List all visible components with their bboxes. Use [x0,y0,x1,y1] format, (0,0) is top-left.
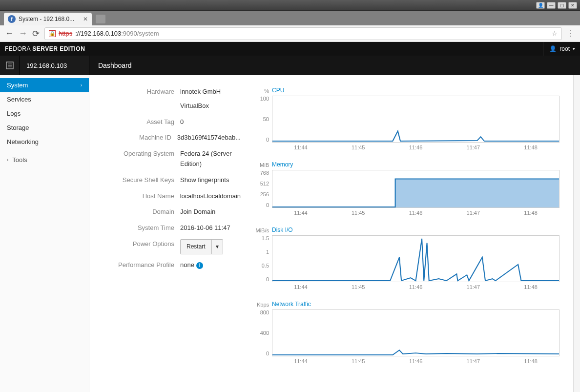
caret-down-icon: ▾ [573,46,575,51]
disk-title[interactable]: Disk I/O [272,227,293,233]
mem-title[interactable]: Memory [272,161,293,168]
link-join-domain[interactable]: Join Domain [180,207,241,217]
restart-caret-icon[interactable]: ▾ [211,240,223,254]
label-host-name: Host Name [107,191,180,202]
fedora-favicon-icon: f [8,15,16,23]
cpu-plot[interactable] [272,96,559,143]
sidebar-item-storage[interactable]: Storage [0,121,89,135]
mem-plot[interactable] [272,170,559,208]
brand-bar: FEDORA SERVER EDITION 👤 root ▾ [0,42,580,56]
brand-text: FEDORA SERVER EDITION [5,45,85,52]
mem-xaxis: 11:4411:4511:4611:4711:48 [272,208,559,216]
sidebar-item-label: Services [7,96,31,103]
net-unit: Kbps [255,302,272,308]
host-ip: 192.168.0.103 [20,62,67,69]
host-bar: 192.168.0.103 Dashboard [0,56,580,75]
sidebar-item-logs[interactable]: Logs [0,106,89,121]
value-machine-id: 3d3b169f41574ebab... [177,133,241,143]
user-icon: 👤 [549,45,557,52]
server-icon [0,56,20,75]
net-xaxis: 11:4411:4511:4611:4711:48 [272,356,559,364]
label-perf-profile: Performance Profile [107,260,180,270]
info-icon[interactable]: i [196,262,203,269]
cpu-title[interactable]: CPU [272,87,284,94]
disk-unit: MiB/s [255,227,272,233]
window-minimize-button[interactable]: — [547,2,556,9]
restart-button-label: Restart [181,240,211,254]
value-perf-profile: nonei [180,260,241,270]
url-scheme: https [59,30,72,37]
disk-plot[interactable] [272,235,559,282]
link-show-fingerprints[interactable]: Show fingerprints [180,175,241,186]
sidebar-item-label: Storage [7,124,29,131]
disk-xaxis: 11:4411:4511:4611:4711:48 [272,282,559,290]
sidebar-group-label: Tools [12,156,82,164]
net-title[interactable]: Network Traffic [272,301,311,308]
browser-toolbar: ← → ⟳ 🔒 https ://192.168.0.103:9090/syst… [0,25,580,42]
link-host-name[interactable]: localhost.localdomain [180,191,241,202]
sidebar-item-system[interactable]: System› [0,78,89,92]
tab-title: System - 192.168.0... [19,16,74,22]
cpu-unit: % [255,88,272,94]
sidebar-item-label: System [7,82,28,89]
chart-net: KbpsNetwork Traffic 8004000 11:4411:4511… [255,301,559,364]
link-system-time[interactable]: 2016-10-06 11:47 [180,223,241,233]
chart-disk: MiB/sDisk I/O 1.510.50 11:4411:4511:4611… [255,227,559,290]
label-system-time: System Time [107,223,180,233]
window-close-button[interactable]: ✕ [568,2,577,9]
chart-memory: MiBMemory 7685122560 11:4411:4511:4611:4… [255,161,559,216]
browser-tab[interactable]: f System - 192.168.0... ✕ [4,13,92,25]
url-box[interactable]: 🔒 https ://192.168.0.103:9090/system ☆ [44,27,562,40]
charts-column: %CPU 100500 11:4411:4511:4611:4711:48 [250,87,559,380]
bookmark-star-icon[interactable]: ☆ [552,30,558,37]
window-maximize-button[interactable]: ▢ [558,2,566,9]
nav-back-icon[interactable]: ← [5,28,14,39]
value-hardware: innotek GmbH VirtualBox [180,87,241,111]
label-hardware: Hardware [107,87,180,97]
label-os: Operating System [107,149,180,159]
label-ssh-keys: Secure Shell Keys [107,175,180,186]
label-domain: Domain [107,207,180,217]
mem-yaxis: 7685122560 [255,170,272,208]
net-yaxis: 8004000 [255,309,272,356]
chevron-right-icon: › [81,83,82,88]
browser-tabstrip: f System - 192.168.0... ✕ [0,11,580,25]
net-plot[interactable] [272,309,559,356]
sidebar-item-services[interactable]: Services [0,92,89,106]
user-name: root [559,45,570,52]
value-asset-tag: 0 [180,117,241,127]
content: Hardware innotek GmbH VirtualBox Asset T… [89,75,573,392]
host-chip[interactable]: 192.168.0.103 [0,56,89,75]
browser-menu-icon[interactable]: ⋮ [567,29,575,38]
url-host: ://192.168.0.103 [75,30,121,37]
nav-reload-icon[interactable]: ⟳ [32,28,40,39]
chevron-right-icon: › [7,157,8,163]
label-asset-tag: Asset Tag [107,117,180,127]
cpu-yaxis: 100500 [255,96,272,143]
cpu-xaxis: 11:4411:4511:4611:4711:48 [272,143,559,150]
os-titlebar: 👤 — ▢ ✕ [0,0,580,11]
user-menu[interactable]: 👤 root ▾ [543,42,575,56]
label-machine-id: Machine ID [107,133,177,143]
sidebar: System›ServicesLogsStorageNetworking › T… [0,75,89,392]
value-os: Fedora 24 (Server Edition) [180,149,241,169]
sidebar-item-networking[interactable]: Networking [0,135,89,149]
tab-close-icon[interactable]: ✕ [83,16,88,22]
url-path: :9090/system [121,30,159,37]
sidebar-group-tools[interactable]: › Tools [0,153,89,167]
chart-cpu: %CPU 100500 11:4411:4511:4611:4711:48 [255,87,559,150]
user-menu-button[interactable]: 👤 [536,2,545,9]
sidebar-item-label: Networking [7,138,39,145]
system-info: Hardware innotek GmbH VirtualBox Asset T… [89,87,250,380]
sidebar-item-label: Logs [7,110,21,117]
content-scrollbar[interactable] [573,75,580,392]
insecure-lock-icon[interactable]: 🔒 [49,30,56,37]
restart-button[interactable]: Restart ▾ [180,239,223,254]
new-tab-button[interactable] [96,15,105,23]
label-power-options: Power Options [107,239,180,249]
dashboard-label[interactable]: Dashboard [89,56,132,75]
nav-forward-icon: → [19,28,27,39]
mem-unit: MiB [255,162,272,168]
disk-yaxis: 1.510.50 [255,235,272,282]
